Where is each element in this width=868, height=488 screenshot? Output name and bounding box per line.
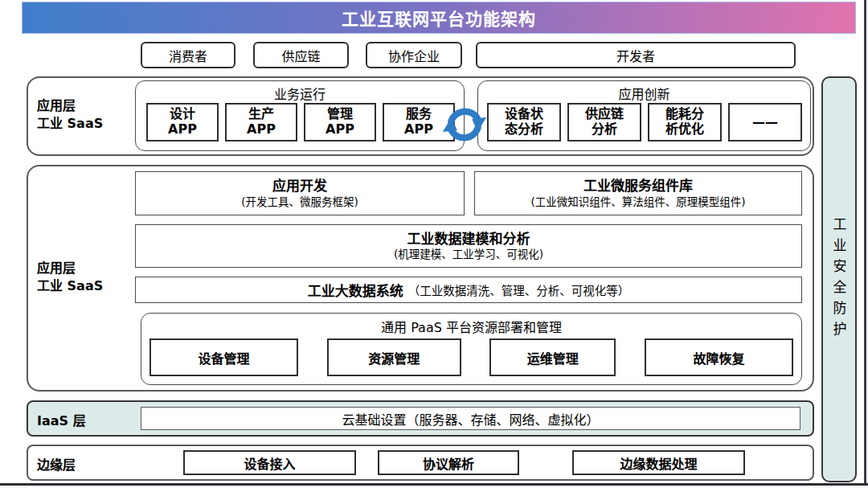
app-label-line1: 服务 — [406, 107, 432, 122]
app-development-subtitle: (开发工具、微服务框架) — [241, 195, 358, 209]
placeholder-box: —— — [728, 103, 802, 141]
data-modeling-subtitle: (机理建模、工业学习、可视化) — [394, 248, 543, 261]
edge-layer-label: 边缘层 — [37, 454, 76, 474]
iaas-layer-label: IaaS 层 — [37, 410, 86, 429]
item-label-line2: 析优化 — [665, 122, 704, 137]
app-label-line2: APP — [247, 122, 276, 137]
platform-layer-label-line1: 应用层 — [37, 260, 103, 277]
stakeholder-label: 消费者 — [169, 46, 207, 65]
data-modeling-box: 工业数据建模和分析 (机理建模、工业学习、可视化) — [135, 224, 802, 268]
item-label-line2: 态分析 — [505, 122, 543, 137]
stakeholder-partner-enterprise: 协作企业 — [366, 42, 462, 68]
app-development-box: 应用开发 (开发工具、微服务框架) — [135, 171, 465, 215]
item-label-line2: 分析 — [592, 122, 617, 137]
cloud-infrastructure-box: 云基础设置（服务器、存储、网络、虚拟化） — [141, 407, 800, 430]
paas-resource-group: 通用 PaaS 平台资源部署和管理 设备管理 资源管理 运维管理 故障恢复 — [141, 313, 802, 385]
protocol-parsing-box: 协议解析 — [378, 450, 519, 475]
paas-resource-items: 设备管理 资源管理 运维管理 故障恢复 — [149, 338, 793, 376]
business-operation-apps: 设计 APP 生产 APP 管理 APP 服务 APP — [146, 103, 455, 141]
app-label-line2: APP — [404, 122, 433, 137]
industrial-security-bar: 工业安全防护 — [821, 76, 857, 482]
fault-recovery-box: 故障恢复 — [645, 338, 793, 376]
device-management-box: 设备管理 — [149, 338, 298, 376]
right-edge-divider — [864, 0, 866, 483]
stakeholder-consumer: 消费者 — [141, 42, 235, 68]
sync-arrows-icon — [441, 101, 488, 148]
business-operation-title: 业务运行 — [136, 84, 464, 103]
saas-layer-label: 应用层 工业 SaaS — [37, 97, 103, 133]
production-app-box: 生产 APP — [225, 103, 297, 141]
app-label-line2: APP — [326, 122, 354, 137]
page-title-banner: 工业互联网平台功能架构 — [22, 2, 856, 34]
app-label-line1: 生产 — [248, 107, 274, 122]
architecture-diagram: 工业互联网平台功能架构 消费者 供应链 协作企业 开发者 应用层 工业 SaaS… — [0, 0, 868, 488]
item-label-line1: 设备状 — [505, 107, 543, 122]
item-label-line1: 能耗分 — [665, 107, 704, 122]
stakeholder-label: 协作企业 — [388, 46, 440, 65]
saas-layer-label-line1: 应用层 — [37, 97, 103, 115]
device-access-box: 设备接入 — [183, 450, 356, 475]
app-label-line1: 管理 — [327, 107, 353, 122]
app-label-line2: APP — [168, 122, 197, 137]
platform-layer-label-line2: 工业 SaaS — [37, 277, 103, 295]
microservice-library-subtitle: (工业微知识组件、算法组件、原理模型组件) — [530, 195, 745, 209]
design-app-box: 设计 APP — [146, 103, 219, 141]
management-app-box: 管理 APP — [304, 103, 376, 141]
app-innovation-items: 设备状 态分析 供应链 分析 能耗分 析优化 —— — [487, 103, 802, 141]
big-data-system-title: 工业大数据系统 — [308, 280, 403, 300]
edge-data-processing-box: 边缘数据处理 — [572, 450, 745, 475]
data-modeling-title: 工业数据建模和分析 — [407, 231, 530, 248]
app-label-line1: 设计 — [170, 107, 195, 122]
item-label-line1: —— — [752, 115, 778, 130]
device-status-analysis-box: 设备状 态分析 — [487, 103, 561, 141]
stakeholder-developer: 开发者 — [476, 42, 796, 68]
microservice-library-title: 工业微服务组件库 — [583, 178, 693, 195]
page-title: 工业互联网平台功能架构 — [342, 6, 536, 30]
stakeholder-label: 供应链 — [281, 46, 320, 65]
microservice-library-box: 工业微服务组件库 (工业微知识组件、算法组件、原理模型组件) — [474, 171, 802, 215]
app-development-title: 应用开发 — [272, 178, 327, 195]
big-data-system-subtitle: （工业数据清洗、管理、分析、可视化等） — [408, 281, 630, 298]
bottom-divider — [0, 483, 868, 486]
ops-management-box: 运维管理 — [489, 338, 616, 376]
resource-management-box: 资源管理 — [327, 338, 461, 376]
platform-layer-label: 应用层 工业 SaaS — [37, 260, 103, 296]
energy-analysis-box: 能耗分 析优化 — [648, 103, 722, 141]
saas-layer-label-line2: 工业 SaaS — [37, 115, 103, 133]
stakeholder-supply-chain: 供应链 — [253, 42, 349, 68]
paas-resource-title: 通用 PaaS 平台资源部署和管理 — [141, 317, 801, 336]
app-innovation-title: 应用创新 — [478, 84, 810, 103]
industrial-security-label: 工业安全防护 — [829, 217, 850, 342]
big-data-system-box: 工业大数据系统 （工业数据清洗、管理、分析、可视化等） — [135, 277, 802, 303]
stakeholder-label: 开发者 — [616, 46, 655, 65]
supply-chain-analysis-box: 供应链 分析 — [567, 103, 641, 141]
item-label-line1: 供应链 — [585, 107, 624, 122]
